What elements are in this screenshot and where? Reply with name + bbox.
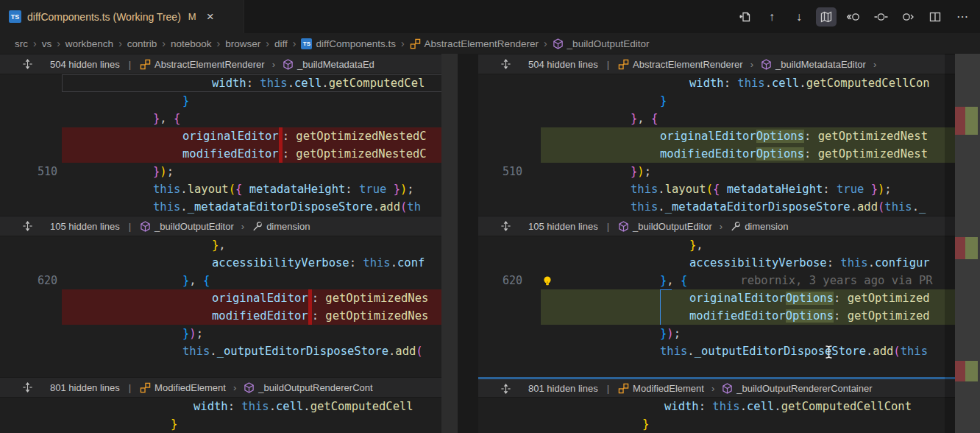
code-line[interactable]: originalEditor: getOptimizedNestedC	[0, 127, 478, 145]
code-text: }, {	[0, 272, 441, 289]
breadcrumb-item[interactable]: diff	[274, 38, 288, 49]
code-text: });	[0, 163, 441, 180]
code-line[interactable]: 510});	[0, 163, 478, 180]
code-line[interactable]: 620}, {	[0, 272, 478, 289]
code-line[interactable]: this._metadataEditorDisposeStore.add(thi…	[478, 198, 980, 216]
modified-editor-pane[interactable]: 504 hidden lines|AbstractElementRenderer…	[478, 54, 980, 433]
unfold-icon[interactable]	[22, 58, 33, 72]
symbol-crumb[interactable]: ModifiedElement	[618, 383, 704, 394]
symbol-crumb[interactable]: AbstractElementRenderer	[618, 59, 743, 70]
code-line[interactable]: }	[478, 415, 980, 433]
code-line[interactable]: }	[0, 92, 478, 110]
breadcrumb-separator: ›	[118, 38, 122, 49]
code-line[interactable]: this.layout({ metadataHeight: true });	[0, 180, 478, 198]
code-text: }	[478, 92, 952, 110]
hidden-lines-header[interactable]: 504 hidden lines|AbstractElementRenderer…	[478, 54, 980, 74]
original-editor-pane[interactable]: 504 hidden lines|AbstractElementRenderer…	[0, 54, 478, 433]
code-line[interactable]: width: this.cell.getComputedCel	[0, 74, 478, 92]
symbol-crumb[interactable]: _buildOutputEditor	[140, 221, 234, 232]
code-line[interactable]: this.layout({ metadataHeight: true });	[478, 180, 980, 198]
code-line[interactable]: },	[0, 236, 478, 254]
code-line[interactable]: 510});	[478, 163, 980, 180]
code-line[interactable]: }, {	[0, 110, 478, 127]
code-line[interactable]: accessibilityVerbose: this.conf	[0, 254, 478, 272]
code-text: },	[478, 236, 952, 254]
symbol-crumb[interactable]: ModifiedElement	[140, 382, 226, 393]
editor-tab[interactable]: TS diffComponents.ts (Working Tree) M ×	[0, 0, 244, 33]
breadcrumb-label: diffComponents.ts	[316, 38, 396, 49]
symbol-crumb[interactable]: _buildOutputRendererContainer	[722, 383, 872, 394]
overview-ruler[interactable]	[955, 54, 980, 433]
map-view-icon[interactable]	[816, 7, 837, 27]
more-actions-icon[interactable]: ⋯	[952, 7, 973, 27]
symbol-crumb[interactable]: AbstractElementRenderer	[140, 59, 265, 70]
code-line[interactable]: modifiedEditorOptions: getOptimizedNest	[478, 145, 980, 163]
next-change-icon[interactable]: ↓	[789, 7, 809, 27]
symbol-crumb[interactable]: _buildOutputRendererCont	[244, 382, 372, 393]
breadcrumb-separator: ›	[266, 38, 269, 49]
code-line[interactable]: 620}, {rebornix, 3 years ago via PR	[478, 272, 980, 289]
code-text: modifiedEditor: getOptimizedNes	[0, 307, 441, 325]
code-line[interactable]: originalEditorOptions: getOptimized	[478, 289, 980, 307]
hidden-lines-header[interactable]: 105 hidden lines|_buildOutputEditor›dime…	[0, 216, 478, 236]
close-icon[interactable]: ×	[207, 10, 214, 23]
breadcrumb-item[interactable]: browser	[225, 38, 260, 49]
symbol-crumb[interactable]: dimension	[252, 221, 310, 232]
breadcrumb-item[interactable]: vs	[42, 38, 52, 49]
breadcrumb-item[interactable]: src	[15, 38, 28, 49]
pane-divider[interactable]	[458, 54, 478, 433]
split-editor-icon[interactable]	[925, 7, 945, 27]
hidden-lines-header[interactable]: 105 hidden lines|_buildOutputEditor›dime…	[478, 216, 980, 236]
code-line[interactable]: }, {	[478, 110, 980, 127]
breadcrumb-item[interactable]: AbstractElementRenderer	[410, 38, 539, 49]
unfold-icon[interactable]	[22, 220, 33, 234]
open-working-revision-icon[interactable]	[870, 7, 891, 27]
hidden-lines-header[interactable]: 504 hidden lines|AbstractElementRenderer…	[0, 54, 478, 74]
breadcrumb-item[interactable]: _buildOutputEditor	[553, 38, 650, 49]
previous-change-icon[interactable]: ↑	[761, 7, 782, 27]
breadcrumb-item[interactable]: workbench	[65, 38, 113, 49]
code-line[interactable]: this._outputEditorDisposeStore.add(	[0, 342, 478, 360]
code-line[interactable]: },	[478, 236, 980, 254]
code-line[interactable]: originalEditor: getOptimizedNes	[0, 289, 478, 307]
code-line[interactable]: width: this.cell.getComputedCell	[0, 398, 478, 415]
code-line[interactable]: width: this.cell.getComputedCellCont	[478, 398, 980, 415]
open-changes-icon[interactable]	[734, 7, 755, 27]
code-line[interactable]: });	[478, 325, 980, 342]
left-scrollbar-slider[interactable]	[441, 54, 458, 433]
code-text: modifiedEditorOptions: getOptimizedNest	[478, 145, 952, 163]
method-symbol-icon	[283, 59, 294, 70]
unfold-icon[interactable]	[22, 381, 33, 395]
code-text: }, {	[0, 110, 441, 127]
hidden-lines-header[interactable]: 801 hidden lines|ModifiedElement›_buildO…	[478, 377, 980, 398]
symbol-crumb[interactable]: _buildMetadataEditor	[761, 59, 866, 70]
code-line[interactable]: }	[478, 92, 980, 110]
code-line[interactable]: modifiedEditor: getOptimizedNestedC	[0, 145, 478, 163]
breadcrumb-item[interactable]: TSdiffComponents.ts	[301, 38, 396, 49]
code-line[interactable]: modifiedEditorOptions: getOptimized	[478, 307, 980, 325]
unfold-icon[interactable]	[500, 58, 511, 72]
code-line[interactable]: this._metadataEditorDisposeStore.add(th	[0, 198, 478, 216]
symbol-crumb[interactable]: _buildMetadataEd	[283, 59, 374, 70]
code-line[interactable]: });	[0, 325, 478, 342]
code-line[interactable]: width: this.cell.getComputedCellCon	[478, 74, 980, 92]
code-text: }	[478, 415, 952, 433]
code-text: this._outputEditorDisposeStore.add(this	[478, 342, 952, 360]
breadcrumb-item[interactable]: contrib	[127, 38, 157, 49]
code-line[interactable]: }	[0, 415, 478, 433]
code-line[interactable]: this._outputEditorDisposeStore.add(this	[478, 342, 980, 360]
open-next-revision-icon[interactable]	[898, 7, 918, 27]
hidden-lines-header[interactable]: 801 hidden lines|ModifiedElement›_buildO…	[0, 377, 478, 398]
open-previous-revision-icon[interactable]	[843, 7, 864, 27]
code-line[interactable]: accessibilityVerbose: this.configur	[478, 254, 980, 272]
unfold-icon[interactable]	[500, 220, 511, 234]
breadcrumb-separator: ›	[162, 38, 166, 49]
code-line[interactable]: originalEditorOptions: getOptimizedNest	[478, 127, 980, 145]
symbol-crumb[interactable]: _buildOutputEditor	[618, 221, 712, 232]
ruler-removed-mark	[955, 237, 965, 259]
breadcrumb-item[interactable]: notebook	[171, 38, 212, 49]
unfold-icon[interactable]	[500, 383, 511, 397]
symbol-crumb[interactable]: dimension	[730, 221, 788, 232]
method-symbol-icon	[553, 38, 564, 49]
code-line[interactable]: modifiedEditor: getOptimizedNes	[0, 307, 478, 325]
